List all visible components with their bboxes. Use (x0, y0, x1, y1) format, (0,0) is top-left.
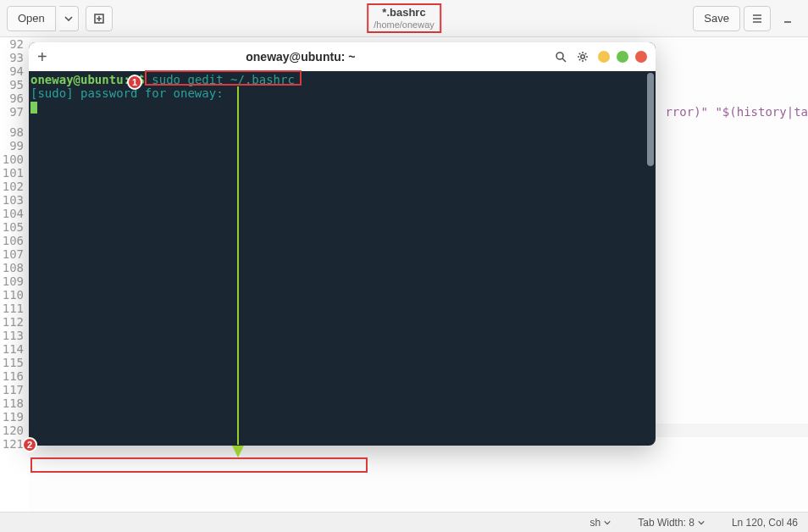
terminal-new-tab-button[interactable]: + (37, 47, 47, 67)
annotation-redbox-command (145, 70, 302, 86)
language-label: sh (590, 517, 601, 529)
close-dot[interactable] (635, 51, 647, 63)
minimize-dot[interactable] (598, 51, 610, 63)
search-icon[interactable] (554, 50, 567, 64)
terminal-cursor (30, 102, 37, 114)
terminal-body[interactable]: oneway@ubuntu:~$ sudo gedit ~/.bashrc [s… (29, 71, 656, 446)
headerbar-left: Open (7, 6, 113, 31)
minimize-button[interactable] (774, 6, 801, 31)
window-subtitle: /home/oneway (374, 19, 434, 30)
new-tab-button[interactable] (86, 6, 113, 31)
open-button[interactable]: Open (7, 6, 56, 31)
title-highlight: *.bashrc /home/oneway (367, 3, 441, 33)
open-recent-button[interactable] (59, 6, 79, 31)
hamburger-icon (750, 12, 764, 25)
terminal-prompt-host: oneway@ubuntu (30, 73, 124, 86)
terminal-title: oneway@ubuntu: ~ (58, 50, 544, 64)
svg-point-1 (556, 53, 563, 59)
language-selector[interactable]: sh (590, 517, 612, 529)
window-controls (598, 51, 647, 63)
save-button[interactable]: Save (693, 6, 740, 31)
chevron-down-icon (698, 519, 705, 526)
window-title: *.bashrc (374, 6, 434, 19)
minimize-icon (781, 12, 794, 25)
annotation-redbox-alias (30, 457, 368, 473)
tab-width-label: Tab Width: 8 (638, 517, 695, 529)
chevron-down-icon (604, 519, 611, 526)
chevron-down-icon (64, 14, 73, 23)
svg-point-2 (581, 55, 584, 58)
tab-width-selector[interactable]: Tab Width: 8 (638, 517, 705, 529)
terminal-window[interactable]: + oneway@ubuntu: ~ oneway@ubuntu:~$ sudo… (29, 42, 656, 446)
headerbar-title-group: *.bashrc /home/oneway (367, 3, 441, 33)
maximize-dot[interactable] (617, 51, 628, 63)
terminal-output: [sudo] password for oneway: (30, 86, 224, 100)
annotation-badge-1: 1 (127, 75, 142, 90)
statusbar: sh Tab Width: 8 Ln 120, Col 46 (0, 512, 808, 532)
terminal-tabbar: + oneway@ubuntu: ~ (29, 42, 656, 71)
headerbar: Open *.bashrc /home/oneway Save (0, 0, 808, 37)
terminal-scrollbar[interactable] (647, 73, 654, 166)
annotation-arrow (232, 86, 244, 457)
headerbar-right: Save (693, 6, 801, 31)
new-document-icon (93, 13, 105, 25)
cursor-position: Ln 120, Col 46 (732, 517, 798, 529)
hamburger-menu-button[interactable] (744, 6, 771, 31)
gear-icon[interactable] (576, 50, 589, 64)
annotation-badge-2: 2 (22, 437, 37, 452)
